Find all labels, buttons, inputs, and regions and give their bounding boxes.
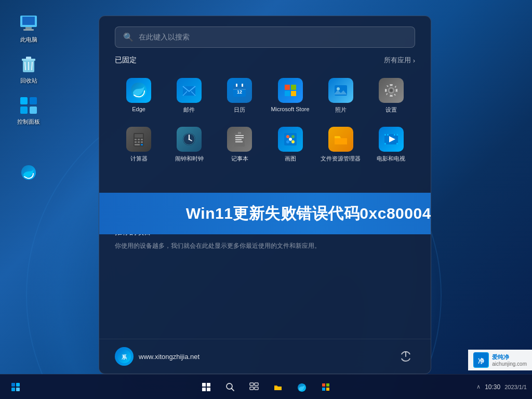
watermark-brand: 爱纯净: [492, 353, 527, 361]
svg-rect-59: [387, 134, 389, 136]
all-apps-link[interactable]: 所有应用 ›: [384, 56, 415, 65]
svg-rect-29: [135, 134, 143, 138]
svg-rect-71: [16, 388, 20, 391]
pinned-app-edge[interactable]: Edge: [115, 73, 163, 119]
watermark-url: aichunjing.com: [492, 361, 527, 367]
paint-app-label: 画图: [285, 155, 296, 163]
svg-text:系: 系: [122, 354, 127, 360]
store-icon: [278, 78, 303, 103]
paint-icon: [278, 127, 303, 152]
user-avatar: 系: [115, 347, 134, 366]
start-button[interactable]: [196, 377, 217, 397]
pinned-app-settings[interactable]: 设置: [367, 73, 415, 119]
svg-rect-62: [384, 143, 386, 144]
svg-rect-63: [396, 143, 398, 144]
search-icon: 🔍: [123, 32, 134, 42]
pinned-app-paint[interactable]: 画图: [266, 122, 314, 168]
svg-point-52: [286, 140, 289, 143]
pinned-title: 已固定: [115, 56, 137, 65]
settings-app-label: 设置: [385, 106, 397, 114]
taskbar-time: 10:30: [485, 383, 500, 391]
taskbar-right: ∧ 10:30 2023/1/1: [476, 383, 527, 391]
edge-app-label: Edge: [132, 106, 145, 112]
taskbar-date: 2023/1/1: [504, 384, 527, 390]
desktop-icon-this-pc[interactable]: 此电脑: [10, 10, 47, 46]
svg-rect-34: [138, 141, 140, 143]
svg-rect-15: [233, 85, 246, 89]
watermark-text: 爱纯净 aichunjing.com: [492, 353, 527, 367]
svg-rect-75: [207, 388, 210, 391]
svg-rect-73: [207, 383, 210, 387]
recommended-desc: 你使用的设备越多，我们就会在此处显示更多你最近使用的文件和新应用。: [115, 241, 415, 250]
svg-point-51: [291, 135, 295, 138]
taskbar-edge-button[interactable]: [291, 377, 312, 397]
svg-rect-81: [255, 387, 258, 390]
svg-rect-80: [250, 387, 254, 390]
svg-rect-35: [141, 141, 143, 143]
all-apps-label: 所有应用: [384, 56, 411, 65]
banner-text: Win11更新失败错误代码0xc8000402: [186, 203, 431, 224]
notepad-icon: [227, 127, 252, 152]
desktop: 此电脑 回收站 控制面板: [0, 0, 532, 399]
control-panel-icon: [18, 95, 39, 116]
svg-rect-36: [135, 144, 140, 145]
taskbar-center: [196, 377, 336, 397]
start-menu: 🔍 在此键入以搜索 已固定 所有应用 ›: [99, 16, 431, 374]
desktop-icon-recycle-bin[interactable]: 回收站: [10, 51, 47, 87]
svg-rect-17: [242, 84, 243, 87]
svg-rect-69: [16, 383, 20, 387]
pinned-app-clock[interactable]: 闹钟和时钟: [165, 122, 213, 168]
pinned-app-calculator[interactable]: 计算器: [115, 122, 163, 168]
svg-point-25: [337, 87, 340, 90]
task-view-button[interactable]: [244, 377, 264, 397]
pinned-app-notepad[interactable]: 记事本: [216, 122, 263, 168]
edge-desktop-icon: [18, 162, 39, 183]
desktop-icon-control-panel[interactable]: 控制面板: [10, 92, 47, 128]
svg-point-53: [291, 140, 295, 143]
taskbar-explorer-button[interactable]: [268, 377, 288, 397]
svg-rect-3: [23, 29, 34, 31]
svg-rect-74: [202, 388, 206, 391]
svg-rect-10: [30, 107, 37, 114]
pinned-app-photos[interactable]: 照片: [317, 73, 365, 119]
desktop-icon-area: 此电脑 回收站 控制面板: [10, 10, 47, 188]
calendar-icon: 12: [227, 78, 252, 103]
pinned-app-movies[interactable]: 电影和电视: [367, 122, 415, 168]
this-pc-label: 此电脑: [20, 36, 37, 44]
movies-app-label: 电影和电视: [377, 155, 405, 163]
pinned-app-mail[interactable]: 邮件: [165, 73, 213, 119]
files-icon: [328, 127, 353, 152]
svg-rect-8: [30, 97, 37, 104]
calculator-app-label: 计算器: [130, 155, 148, 163]
recycle-bin-icon: [18, 54, 39, 75]
svg-rect-78: [250, 383, 254, 385]
taskbar-store-button[interactable]: [315, 377, 336, 397]
desktop-icon-edge[interactable]: [10, 159, 47, 188]
search-bar[interactable]: 🔍 在此键入以搜索: [115, 26, 415, 48]
pinned-app-files[interactable]: 文件资源管理器: [317, 122, 365, 168]
svg-rect-45: [235, 137, 244, 138]
calculator-icon: [126, 127, 151, 152]
user-name-label: www.xitongzhijia.net: [139, 353, 200, 361]
search-input[interactable]: 在此键入以搜索: [139, 33, 407, 42]
power-button[interactable]: [396, 347, 415, 366]
svg-rect-22: [285, 91, 290, 96]
clock-app-label: 闹钟和时钟: [175, 155, 204, 163]
user-profile[interactable]: 系 www.xitongzhijia.net: [115, 347, 200, 366]
svg-rect-37: [141, 144, 143, 145]
svg-rect-32: [141, 139, 143, 140]
pinned-app-calendar[interactable]: 12 日历: [216, 73, 263, 119]
svg-rect-20: [285, 85, 290, 90]
svg-rect-70: [11, 388, 15, 391]
taskbar-widget-btn[interactable]: [5, 377, 26, 397]
svg-point-42: [189, 139, 190, 140]
svg-rect-55: [335, 138, 347, 144]
svg-point-50: [286, 135, 289, 138]
svg-rect-46: [235, 139, 242, 140]
system-tray: ∧: [476, 383, 481, 390]
svg-rect-33: [135, 141, 137, 143]
svg-rect-85: [322, 388, 325, 391]
svg-rect-9: [20, 107, 28, 114]
taskbar-search-button[interactable]: [220, 377, 241, 397]
pinned-app-store[interactable]: Microsoft Store: [266, 73, 314, 119]
